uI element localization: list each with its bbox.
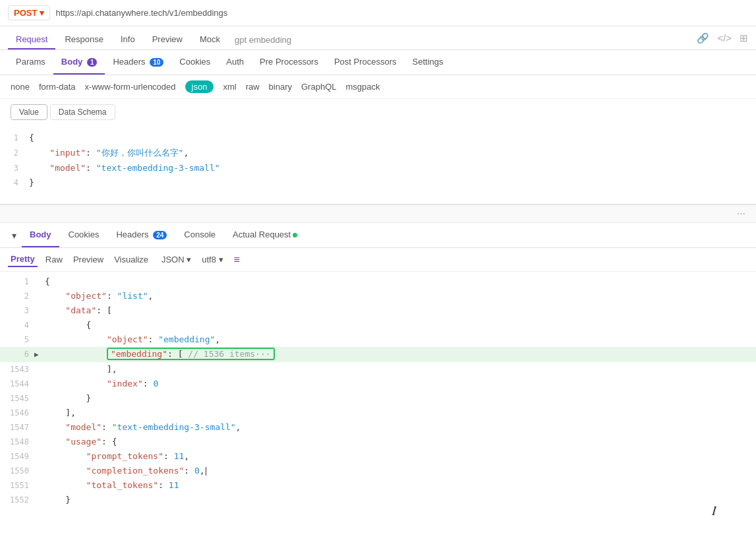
collapse-button[interactable]: ▾ bbox=[8, 225, 20, 246]
resp-tab-body[interactable]: Body bbox=[22, 223, 59, 247]
body-type-raw[interactable]: raw bbox=[246, 82, 260, 92]
resp-line-1546: 1546 ], bbox=[0, 406, 756, 420]
tab-post-processors[interactable]: Post Processors bbox=[326, 50, 405, 75]
code-icon[interactable]: </> bbox=[717, 32, 732, 44]
actual-request-dot bbox=[293, 233, 297, 237]
body-type-none[interactable]: none bbox=[11, 82, 30, 92]
resp-content-3: "data": [ bbox=[45, 303, 756, 318]
resp-line-5: 5 "object": "embedding", bbox=[0, 332, 756, 347]
resp-line-1547: 1547 "model": "text-embedding-3-small", bbox=[0, 420, 756, 435]
resp-content-1552: } bbox=[45, 493, 756, 507]
code-content-1: { bbox=[29, 131, 756, 145]
tab-pre-processors[interactable]: Pre Processors bbox=[252, 50, 326, 75]
resp-line-1549: 1549 "prompt_tokens": 11, bbox=[0, 449, 756, 464]
resp-content-1544: "index": 0 bbox=[45, 377, 756, 391]
resp-content-1550: "completion_tokens": 0, bbox=[45, 464, 756, 478]
tab-body[interactable]: Body 1 bbox=[53, 50, 105, 75]
method-badge[interactable]: POST ▾ bbox=[8, 5, 50, 20]
format-tab-pretty[interactable]: Pretty bbox=[8, 252, 38, 267]
resp-line-1551: 1551 "total_tokens": 11 bbox=[0, 478, 756, 493]
body-type-binary[interactable]: binary bbox=[269, 82, 292, 92]
body-type-json[interactable]: json bbox=[185, 80, 214, 93]
expand-btn-6[interactable]: ▶ bbox=[34, 349, 45, 361]
resp-linenum-1551: 1551 bbox=[0, 479, 34, 492]
resp-line-1543: 1543 ], bbox=[0, 362, 756, 377]
url-input[interactable] bbox=[55, 8, 748, 18]
request-response-tabs: Request Response Info Preview Mock gpt e… bbox=[0, 26, 756, 50]
body-type-graphql[interactable]: GraphQL bbox=[301, 82, 336, 92]
resp-tab-cookies[interactable]: Cookies bbox=[61, 223, 107, 247]
resp-linenum-3: 3 bbox=[0, 304, 34, 317]
resp-linenum-1548: 1548 bbox=[0, 435, 34, 449]
tab-auth[interactable]: Auth bbox=[218, 50, 252, 75]
code-content-4: } bbox=[29, 176, 756, 190]
resp-content-1547: "model": "text-embedding-3-small", bbox=[45, 420, 756, 435]
tab-params[interactable]: Params bbox=[8, 50, 53, 75]
req-code-line-1: 1 { bbox=[0, 131, 756, 146]
tab-name: gpt embedding bbox=[235, 35, 291, 45]
tab-settings[interactable]: Settings bbox=[405, 50, 451, 75]
tab-info[interactable]: Info bbox=[113, 30, 143, 49]
more-icon: ··· bbox=[737, 208, 745, 220]
line-num-4: 4 bbox=[0, 177, 29, 189]
resp-line-1550: 1550 "completion_tokens": 0, bbox=[0, 464, 756, 478]
resp-tab-actual-request[interactable]: Actual Request bbox=[225, 223, 305, 247]
tab-mock[interactable]: Mock bbox=[192, 30, 228, 49]
line-num-1: 1 bbox=[0, 132, 29, 144]
resp-content-6: "embedding": [ // 1536 items··· bbox=[45, 347, 756, 361]
line-num-3: 3 bbox=[0, 162, 29, 175]
value-tab-value[interactable]: Value bbox=[11, 104, 47, 120]
format-type-select[interactable]: JSON ▾ bbox=[161, 255, 191, 264]
format-tab-visualize[interactable]: Visualize bbox=[111, 253, 151, 266]
body-type-formdata[interactable]: form-data bbox=[39, 82, 76, 92]
resp-line-3: 3 "data": [ bbox=[0, 303, 756, 318]
body-type-msgpack[interactable]: msgpack bbox=[345, 82, 380, 92]
response-section: ▾ Body Cookies Headers 24 Console Actual… bbox=[0, 223, 756, 511]
req-code-line-4: 4 } bbox=[0, 175, 756, 191]
encoding-select[interactable]: utf8 ▾ bbox=[202, 255, 223, 264]
resp-line-4: 4 { bbox=[0, 318, 756, 332]
body-badge: 1 bbox=[87, 58, 98, 67]
layout-icon[interactable]: ⊞ bbox=[740, 32, 748, 44]
method-dropdown-icon[interactable]: ▾ bbox=[40, 8, 44, 18]
resp-content-1549: "prompt_tokens": 11, bbox=[45, 449, 756, 464]
resp-content-1545: } bbox=[45, 391, 756, 406]
resp-linenum-1545: 1545 bbox=[0, 392, 34, 405]
resp-linenum-1547: 1547 bbox=[0, 421, 34, 434]
value-tab-schema[interactable]: Data Schema bbox=[50, 104, 115, 120]
resp-linenum-1549: 1549 bbox=[0, 450, 34, 463]
resp-linenum-1552: 1552 bbox=[0, 493, 34, 507]
resp-linenum-1544: 1544 bbox=[0, 377, 34, 390]
response-code-area: 1 { 2 "object": "list", 3 "data": [ 4 { bbox=[0, 272, 756, 511]
resp-content-1546: ], bbox=[45, 406, 756, 420]
link-icon[interactable]: 🔗 bbox=[697, 32, 709, 44]
tab-headers[interactable]: Headers 10 bbox=[105, 50, 171, 75]
response-header: ▾ Body Cookies Headers 24 Console Actual… bbox=[0, 223, 756, 248]
resp-content-2: "object": "list", bbox=[45, 289, 756, 303]
format-tab-raw[interactable]: Raw bbox=[43, 253, 65, 266]
resp-content-1548: "usage": { bbox=[45, 435, 756, 449]
resp-linenum-1546: 1546 bbox=[0, 406, 34, 419]
resp-linenum-2: 2 bbox=[0, 290, 34, 303]
tab-response[interactable]: Response bbox=[57, 30, 111, 49]
request-code-area: 1 { 2 "input": "你好，你叫什么名字", 3 "model": "… bbox=[0, 125, 756, 204]
tab-request[interactable]: Request bbox=[8, 30, 55, 49]
tab-cookies[interactable]: Cookies bbox=[171, 50, 218, 75]
body-type-row: none form-data x-www-form-urlencoded jso… bbox=[0, 75, 756, 99]
resp-line-2: 2 "object": "list", bbox=[0, 289, 756, 303]
body-type-urlencoded[interactable]: x-www-form-urlencoded bbox=[85, 82, 176, 92]
resp-content-5: "object": "embedding", bbox=[45, 332, 756, 347]
code-content-2: "input": "你好，你叫什么名字", bbox=[29, 146, 756, 160]
resp-line-1: 1 { bbox=[0, 274, 756, 289]
format-tab-preview[interactable]: Preview bbox=[71, 253, 106, 266]
req-code-line-3: 3 "model": "text-embedding-3-small" bbox=[0, 161, 756, 176]
body-type-xml[interactable]: xml bbox=[223, 82, 236, 92]
resp-linenum-4: 4 bbox=[0, 319, 34, 332]
resp-tab-headers[interactable]: Headers 24 bbox=[108, 223, 175, 247]
format-icon[interactable]: ≡ bbox=[234, 254, 240, 266]
resp-tab-console[interactable]: Console bbox=[176, 223, 223, 247]
tab-icons: 🔗 </> ⊞ bbox=[697, 32, 748, 48]
tab-preview[interactable]: Preview bbox=[144, 30, 190, 49]
headers-badge: 10 bbox=[150, 58, 163, 67]
resp-content-1543: ], bbox=[45, 362, 756, 377]
